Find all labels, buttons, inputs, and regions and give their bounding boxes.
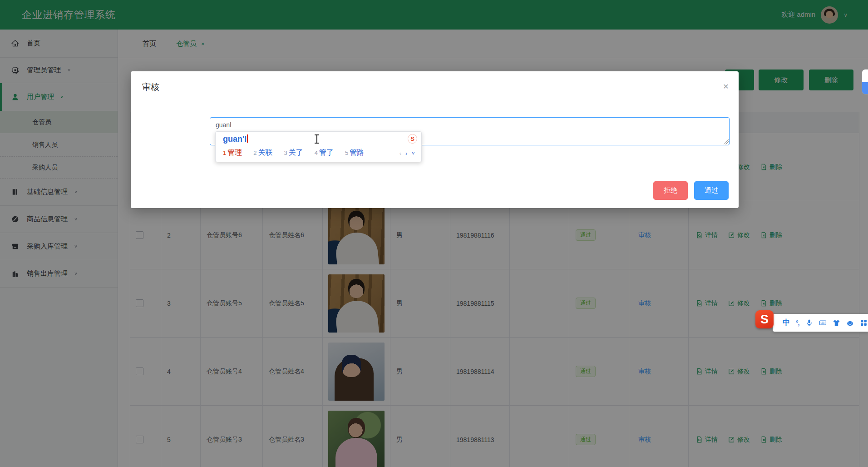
scroll-widget[interactable] [862, 69, 868, 94]
tshirt-skin-icon[interactable] [833, 319, 840, 327]
grid-more-icon[interactable] [860, 319, 868, 327]
pager-more-icon[interactable]: ˅ [411, 150, 415, 157]
pager-prev-icon[interactable]: ‹ [399, 150, 401, 157]
microphone-icon[interactable] [805, 319, 813, 327]
resize-grip[interactable] [723, 139, 729, 144]
dialog-title: 审核 [142, 81, 159, 93]
screen: 企业进销存管理系统 欢迎 admin ∨ 首页 管理员管理 ∨ [0, 0, 868, 467]
dialog-close-icon[interactable]: × [723, 81, 729, 91]
approve-button[interactable]: 通过 [694, 181, 729, 200]
emoji-face-icon[interactable] [846, 319, 854, 327]
ibeam-cursor [315, 134, 319, 144]
ime-candidate[interactable]: 1管理 [223, 148, 242, 158]
ime-pager: ‹ › ˅ [399, 150, 415, 157]
ime-candidate-list: 1管理 2关联 3关了 4管了 5管路 [223, 148, 364, 158]
ime-candidate[interactable]: 4管了 [315, 148, 334, 158]
ime-candidate[interactable]: 3关了 [284, 148, 303, 158]
keyboard-icon[interactable] [819, 319, 827, 327]
modal-overlay[interactable] [0, 0, 868, 467]
pager-next-icon[interactable]: › [405, 150, 407, 157]
reject-button[interactable]: 拒绝 [653, 181, 688, 200]
chinese-mode-icon[interactable]: 中 [783, 318, 790, 328]
sogou-logo-icon: S [408, 134, 417, 144]
ime-caret [247, 134, 248, 143]
sogou-toolbar: S 中 °, [773, 314, 868, 332]
ime-composition: guan'l [223, 134, 248, 144]
ime-candidate[interactable]: 5管路 [345, 148, 364, 158]
punctuation-icon[interactable]: °, [796, 319, 799, 327]
sogou-s-logo-icon[interactable]: S [755, 310, 774, 328]
ime-candidate[interactable]: 2关联 [253, 148, 272, 158]
